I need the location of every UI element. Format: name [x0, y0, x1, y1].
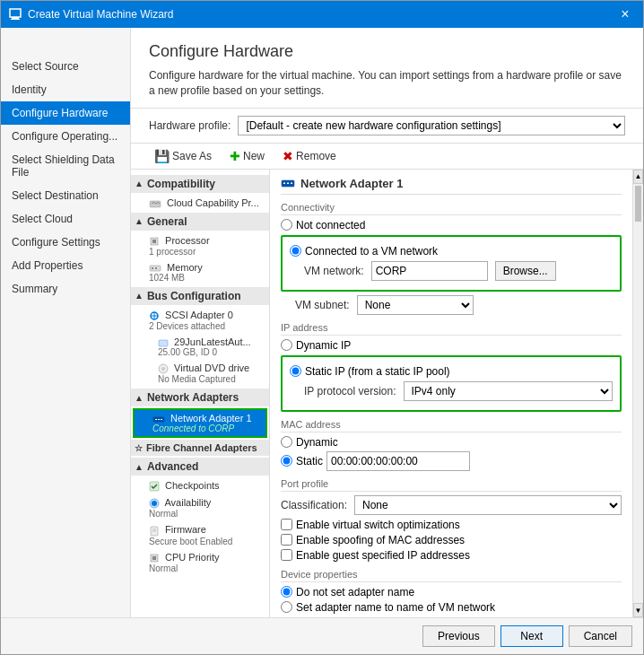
tree-item-disk[interactable]: 29JunLatestAut... 25.00 GB, ID 0	[131, 334, 269, 360]
new-button[interactable]: ✚ New	[224, 147, 270, 165]
tree-section-network[interactable]: ▲ Network Adapters	[131, 389, 269, 406]
virtual-switch-opt-row: Enable virtual switch optimizations	[281, 519, 622, 531]
connected-vm-label: Connected to a VM network	[305, 245, 438, 258]
adapter-title: Network Adapter 1	[300, 177, 403, 190]
nav-item-configure-hardware[interactable]: Configure Hardware	[1, 101, 130, 125]
tree-panel: ▲ Compatibility Cloud Capability Pr... ▲…	[131, 170, 270, 617]
new-icon: ✚	[230, 149, 240, 163]
tree-section-bus[interactable]: ▲ Bus Configuration	[131, 287, 269, 305]
not-connected-radio[interactable]	[281, 219, 292, 231]
save-as-label: Save As	[172, 150, 212, 162]
window-title: Create Virtual Machine Wizard	[28, 8, 614, 21]
spoofing-mac-checkbox[interactable]	[281, 534, 292, 546]
ip-protocol-row: IP protocol version: IPv4 only	[304, 381, 613, 401]
remove-button[interactable]: ✖ Remove	[277, 147, 342, 165]
page-header: Configure Hardware Configure hardware fo…	[131, 28, 643, 109]
virtual-switch-opt-label: Enable virtual switch optimizations	[296, 519, 460, 531]
dynamic-mac-radio[interactable]	[281, 436, 292, 448]
static-ip-radio[interactable]	[290, 365, 301, 377]
nav-item-cloud[interactable]: Select Cloud	[1, 207, 130, 231]
tree-section-general[interactable]: ▲ General	[131, 213, 269, 231]
nav-item-identity[interactable]: Identity	[1, 78, 130, 101]
tree-item-availability[interactable]: Availability Normal	[131, 494, 269, 521]
close-button[interactable]: ×	[614, 4, 636, 25]
cancel-button[interactable]: Cancel	[569, 625, 632, 647]
nav-item-destination[interactable]: Select Destination	[1, 184, 130, 207]
svg-rect-12	[159, 340, 168, 346]
set-name-row: Set adapter name to name of VM network	[281, 601, 622, 614]
mac-address-input[interactable]	[326, 451, 470, 471]
tree-item-firmware[interactable]: Firmware Secure boot Enabled	[131, 521, 269, 548]
page-title: Configure Hardware	[149, 42, 625, 61]
classification-label: Classification:	[281, 499, 347, 511]
nav-item-configure-os[interactable]: Configure Operating...	[1, 125, 130, 148]
device-properties-section-label: Device properties	[281, 569, 622, 582]
dynamic-ip-radio[interactable]	[281, 339, 292, 351]
scroll-up-button[interactable]: ▲	[633, 170, 643, 184]
nav-item-summary[interactable]: Summary	[1, 277, 130, 301]
svg-rect-18	[161, 419, 162, 420]
tree-section-compatibility[interactable]: ▲ Compatibility	[131, 175, 269, 193]
remove-icon: ✖	[283, 149, 293, 163]
tree-item-cpu-priority[interactable]: CPU Priority Normal	[131, 549, 269, 576]
tree-item-cloud-capability[interactable]: Cloud Capability Pr...	[131, 195, 269, 211]
do-not-set-name-radio[interactable]	[281, 586, 292, 598]
static-mac-radio[interactable]	[281, 455, 292, 467]
tree-section-advanced[interactable]: ▲ Advanced	[131, 458, 269, 476]
svg-rect-1	[12, 17, 19, 19]
dynamic-ip-label: Dynamic IP	[296, 339, 351, 352]
nav-item-add-properties[interactable]: Add Properties	[1, 254, 130, 277]
tree-item-scsi[interactable]: SCSI Adapter 0 2 Devices attached	[131, 307, 269, 334]
nav-item-select-source[interactable]: Select Source	[1, 55, 130, 78]
virtual-switch-opt-checkbox[interactable]	[281, 519, 292, 530]
wizard-header	[1, 37, 130, 55]
spoofing-mac-row: Enable spoofing of MAC addresses	[281, 534, 622, 546]
static-mac-row: Static	[281, 451, 622, 471]
hardware-profile-select[interactable]: [Default - create new hardware configura…	[238, 116, 625, 135]
connected-vm-radio[interactable]	[290, 245, 301, 257]
right-panel: Configure Hardware Configure hardware fo…	[131, 28, 643, 617]
vm-subnet-label: VM subnet:	[295, 299, 350, 311]
ip-protocol-select[interactable]: IPv4 only	[404, 381, 614, 401]
tree-item-memory[interactable]: Memory 1024 MB	[131, 259, 269, 285]
nav-item-shielding[interactable]: Select Shielding Data File	[1, 148, 130, 184]
guest-ip-label: Enable guest specified IP addresses	[296, 549, 470, 562]
scroll-track	[633, 184, 643, 603]
vm-subnet-select[interactable]: None	[357, 295, 474, 315]
tree-item-dvd[interactable]: Virtual DVD drive No Media Captured	[131, 360, 269, 387]
remove-label: Remove	[296, 150, 336, 162]
connectivity-section-label: Connectivity	[281, 202, 622, 215]
guest-ip-row: Enable guest specified IP addresses	[281, 549, 622, 562]
bus-label: Bus Configuration	[147, 290, 241, 302]
expand-icon: ▲	[135, 179, 144, 188]
static-ip-highlighted: Static IP (from a static IP pool) IP pro…	[281, 355, 622, 412]
scroll-thumb[interactable]	[635, 186, 641, 222]
do-not-set-name-row: Do not set adapter name	[281, 586, 622, 598]
next-button[interactable]: Next	[500, 625, 563, 647]
tree-item-network-adapter-1[interactable]: Network Adapter 1 Connected to CORP	[133, 408, 267, 438]
set-name-radio[interactable]	[281, 601, 292, 613]
previous-button[interactable]: Previous	[422, 625, 495, 647]
vm-network-input[interactable]	[371, 261, 488, 281]
spoofing-mac-label: Enable spoofing of MAC addresses	[296, 534, 465, 546]
scroll-down-button[interactable]: ▼	[633, 603, 643, 617]
svg-rect-5	[152, 240, 156, 243]
dynamic-mac-label: Dynamic	[296, 436, 338, 449]
nav-item-settings[interactable]: Configure Settings	[1, 231, 130, 254]
browse-button[interactable]: Browse...	[495, 261, 556, 281]
expand-icon-fibre: ☆	[135, 443, 143, 453]
guest-ip-checkbox[interactable]	[281, 549, 292, 561]
left-nav-panel: Select Source Identity Configure Hardwar…	[1, 28, 131, 617]
svg-point-14	[161, 367, 165, 371]
port-profile-section-label: Port profile	[281, 478, 622, 492]
tree-section-fibre[interactable]: ☆ Fibre Channel Adapters	[131, 440, 269, 456]
connectivity-highlighted: Connected to a VM network VM network: Br…	[281, 235, 622, 292]
vm-network-row: VM network: Browse...	[304, 261, 613, 281]
classification-select[interactable]: None	[354, 495, 622, 515]
tree-item-processor[interactable]: Processor 1 processor	[131, 232, 269, 259]
save-as-button[interactable]: 💾 Save As	[149, 147, 217, 165]
scrollbar: ▲ ▼	[632, 170, 643, 617]
set-name-label: Set adapter name to name of VM network	[296, 601, 495, 614]
ip-address-section-label: IP address	[281, 322, 622, 336]
tree-item-checkpoints[interactable]: Checkpoints	[131, 477, 269, 494]
